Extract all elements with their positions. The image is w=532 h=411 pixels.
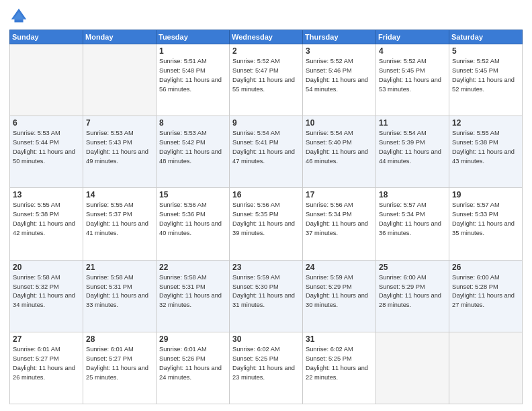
calendar-cell: 17 Sunrise: 5:56 AM Sunset: 5:34 PM Dayl… bbox=[303, 188, 376, 260]
daylight: Daylight: 11 hours and 50 minutes. bbox=[13, 148, 75, 165]
day-info: Sunrise: 6:00 AM Sunset: 5:28 PM Dayligh… bbox=[452, 273, 519, 311]
day-number: 10 bbox=[306, 118, 373, 128]
day-number: 13 bbox=[13, 190, 80, 199]
sunrise: Sunrise: 5:55 AM bbox=[452, 130, 500, 136]
daylight: Daylight: 11 hours and 27 minutes. bbox=[452, 292, 515, 308]
calendar-cell: 20 Sunrise: 5:58 AM Sunset: 5:32 PM Dayl… bbox=[10, 260, 83, 332]
calendar-header-sunday: Sunday bbox=[10, 30, 83, 44]
day-number: 18 bbox=[379, 190, 446, 199]
calendar: SundayMondayTuesdayWednesdayThursdayFrid… bbox=[9, 30, 523, 404]
calendar-cell: 25 Sunrise: 6:00 AM Sunset: 5:29 PM Dayl… bbox=[376, 260, 449, 332]
sunrise: Sunrise: 5:55 AM bbox=[86, 201, 134, 208]
day-info: Sunrise: 5:55 AM Sunset: 5:38 PM Dayligh… bbox=[13, 201, 80, 238]
sunrise: Sunrise: 5:57 AM bbox=[452, 201, 500, 208]
calendar-header-monday: Monday bbox=[83, 30, 157, 44]
sunrise: Sunrise: 5:56 AM bbox=[306, 201, 353, 208]
sunset: Sunset: 5:47 PM bbox=[232, 67, 279, 74]
sunset: Sunset: 5:38 PM bbox=[13, 211, 59, 218]
calendar-header-saturday: Saturday bbox=[449, 30, 523, 44]
sunrise: Sunrise: 5:58 AM bbox=[86, 274, 134, 281]
sunset: Sunset: 5:28 PM bbox=[452, 283, 498, 290]
daylight: Daylight: 11 hours and 48 minutes. bbox=[159, 148, 222, 165]
day-info: Sunrise: 5:57 AM Sunset: 5:34 PM Dayligh… bbox=[379, 201, 446, 238]
calendar-header-tuesday: Tuesday bbox=[157, 30, 230, 44]
calendar-cell: 28 Sunrise: 6:01 AM Sunset: 5:27 PM Dayl… bbox=[83, 332, 157, 404]
sunrise: Sunrise: 5:51 AM bbox=[159, 58, 207, 64]
day-number: 9 bbox=[232, 118, 300, 128]
sunrise: Sunrise: 6:01 AM bbox=[13, 346, 60, 353]
day-number: 21 bbox=[86, 263, 153, 272]
sunset: Sunset: 5:34 PM bbox=[306, 211, 352, 218]
sunrise: Sunrise: 6:00 AM bbox=[452, 274, 500, 281]
sunset: Sunset: 5:27 PM bbox=[86, 355, 132, 362]
day-number: 7 bbox=[86, 118, 153, 128]
day-info: Sunrise: 5:53 AM Sunset: 5:44 PM Dayligh… bbox=[13, 129, 80, 167]
calendar-cell: 31 Sunrise: 6:02 AM Sunset: 5:25 PM Dayl… bbox=[303, 332, 376, 404]
daylight: Daylight: 11 hours and 32 minutes. bbox=[159, 292, 222, 308]
calendar-week-row: 27 Sunrise: 6:01 AM Sunset: 5:27 PM Dayl… bbox=[10, 332, 523, 404]
logo bbox=[9, 7, 31, 26]
calendar-cell: 5 Sunrise: 5:52 AM Sunset: 5:45 PM Dayli… bbox=[449, 44, 523, 116]
calendar-cell: 9 Sunrise: 5:54 AM Sunset: 5:41 PM Dayli… bbox=[230, 116, 303, 188]
calendar-cell: 26 Sunrise: 6:00 AM Sunset: 5:28 PM Dayl… bbox=[449, 260, 523, 332]
day-number: 25 bbox=[379, 263, 446, 272]
calendar-cell: 11 Sunrise: 5:54 AM Sunset: 5:39 PM Dayl… bbox=[376, 116, 449, 188]
sunset: Sunset: 5:36 PM bbox=[159, 211, 206, 218]
day-info: Sunrise: 5:57 AM Sunset: 5:33 PM Dayligh… bbox=[452, 201, 519, 238]
sunrise: Sunrise: 5:58 AM bbox=[13, 274, 60, 281]
day-number: 30 bbox=[232, 334, 300, 344]
sunset: Sunset: 5:25 PM bbox=[306, 355, 352, 362]
day-info: Sunrise: 5:53 AM Sunset: 5:43 PM Dayligh… bbox=[86, 129, 153, 167]
daylight: Daylight: 11 hours and 26 minutes. bbox=[13, 365, 75, 381]
daylight: Daylight: 11 hours and 33 minutes. bbox=[86, 292, 148, 308]
daylight: Daylight: 11 hours and 47 minutes. bbox=[232, 148, 295, 165]
sunrise: Sunrise: 5:53 AM bbox=[86, 130, 134, 136]
day-info: Sunrise: 5:58 AM Sunset: 5:31 PM Dayligh… bbox=[86, 273, 153, 311]
calendar-cell: 21 Sunrise: 5:58 AM Sunset: 5:31 PM Dayl… bbox=[83, 260, 157, 332]
sunset: Sunset: 5:33 PM bbox=[452, 211, 498, 218]
daylight: Daylight: 11 hours and 40 minutes. bbox=[159, 220, 222, 236]
sunrise: Sunrise: 5:55 AM bbox=[13, 201, 60, 208]
sunset: Sunset: 5:43 PM bbox=[86, 139, 132, 146]
day-info: Sunrise: 5:54 AM Sunset: 5:40 PM Dayligh… bbox=[306, 129, 373, 167]
day-info: Sunrise: 6:02 AM Sunset: 5:25 PM Dayligh… bbox=[232, 345, 300, 383]
day-info: Sunrise: 5:52 AM Sunset: 5:47 PM Dayligh… bbox=[232, 57, 300, 95]
sunrise: Sunrise: 5:52 AM bbox=[232, 58, 280, 64]
day-info: Sunrise: 5:52 AM Sunset: 5:45 PM Dayligh… bbox=[452, 57, 519, 95]
day-info: Sunrise: 5:55 AM Sunset: 5:38 PM Dayligh… bbox=[452, 129, 519, 167]
day-number: 23 bbox=[232, 263, 300, 272]
calendar-cell: 4 Sunrise: 5:52 AM Sunset: 5:45 PM Dayli… bbox=[376, 44, 449, 116]
calendar-cell: 29 Sunrise: 6:01 AM Sunset: 5:26 PM Dayl… bbox=[157, 332, 230, 404]
logo-icon bbox=[9, 7, 28, 26]
calendar-cell: 22 Sunrise: 5:58 AM Sunset: 5:31 PM Dayl… bbox=[157, 260, 230, 332]
day-info: Sunrise: 5:52 AM Sunset: 5:46 PM Dayligh… bbox=[306, 57, 373, 95]
day-number: 29 bbox=[159, 334, 226, 344]
day-number: 4 bbox=[379, 46, 446, 56]
daylight: Daylight: 11 hours and 34 minutes. bbox=[13, 292, 75, 308]
sunrise: Sunrise: 6:00 AM bbox=[379, 274, 427, 281]
calendar-header-friday: Friday bbox=[376, 30, 449, 44]
sunset: Sunset: 5:31 PM bbox=[86, 283, 132, 290]
calendar-cell: 18 Sunrise: 5:57 AM Sunset: 5:34 PM Dayl… bbox=[376, 188, 449, 260]
sunset: Sunset: 5:41 PM bbox=[232, 139, 279, 146]
sunset: Sunset: 5:32 PM bbox=[13, 283, 59, 290]
day-info: Sunrise: 5:58 AM Sunset: 5:31 PM Dayligh… bbox=[159, 273, 226, 311]
calendar-header-row: SundayMondayTuesdayWednesdayThursdayFrid… bbox=[10, 30, 523, 44]
calendar-cell: 3 Sunrise: 5:52 AM Sunset: 5:46 PM Dayli… bbox=[303, 44, 376, 116]
day-info: Sunrise: 5:54 AM Sunset: 5:41 PM Dayligh… bbox=[232, 129, 300, 167]
sunset: Sunset: 5:39 PM bbox=[379, 139, 425, 146]
sunrise: Sunrise: 5:52 AM bbox=[379, 58, 427, 64]
calendar-cell: 15 Sunrise: 5:56 AM Sunset: 5:36 PM Dayl… bbox=[157, 188, 230, 260]
day-number: 14 bbox=[86, 190, 153, 199]
sunset: Sunset: 5:37 PM bbox=[86, 211, 132, 218]
day-info: Sunrise: 5:56 AM Sunset: 5:35 PM Dayligh… bbox=[232, 201, 300, 238]
day-number: 12 bbox=[452, 118, 519, 128]
calendar-cell bbox=[83, 44, 157, 116]
sunrise: Sunrise: 5:54 AM bbox=[306, 130, 353, 136]
day-info: Sunrise: 5:58 AM Sunset: 5:32 PM Dayligh… bbox=[13, 273, 80, 311]
day-number: 5 bbox=[452, 46, 519, 56]
calendar-cell bbox=[10, 44, 83, 116]
daylight: Daylight: 11 hours and 36 minutes. bbox=[379, 220, 441, 236]
calendar-cell: 10 Sunrise: 5:54 AM Sunset: 5:40 PM Dayl… bbox=[303, 116, 376, 188]
calendar-cell: 2 Sunrise: 5:52 AM Sunset: 5:47 PM Dayli… bbox=[230, 44, 303, 116]
